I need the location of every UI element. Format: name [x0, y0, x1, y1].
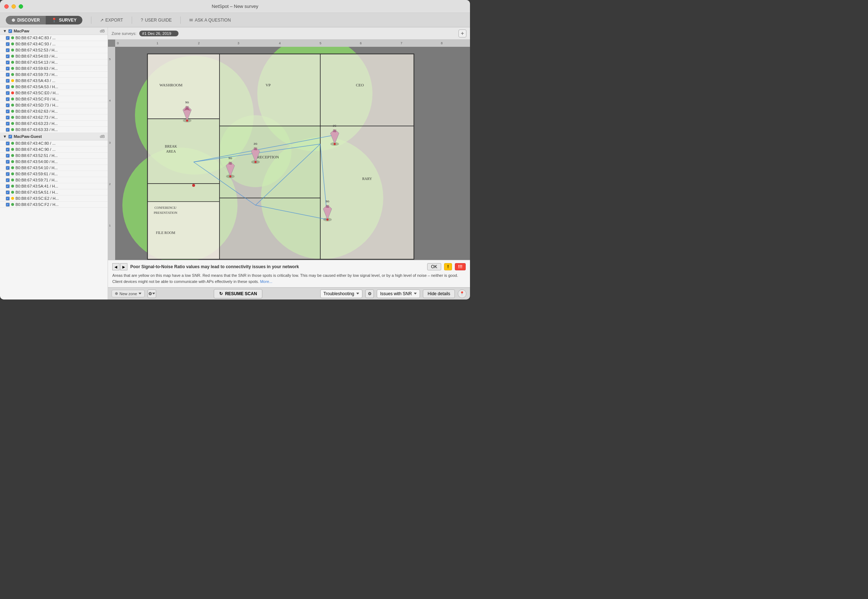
location-button[interactable]: 📍	[458, 289, 466, 298]
svg-rect-6	[219, 54, 320, 126]
item-checkbox[interactable]	[6, 197, 10, 200]
close-button[interactable]	[5, 5, 9, 9]
status-dot	[11, 92, 14, 94]
content-area: Zone surveys: #1 Dec 26, 2019 + 0 1 2 3 …	[108, 27, 470, 300]
list-item: B0:B8:67:43:62:63 / H...	[0, 108, 108, 114]
user-guide-button[interactable]: ? USER GUIDE	[141, 18, 172, 23]
warn-button[interactable]: !	[444, 263, 452, 270]
titlebar: NetSpot – New survey	[0, 0, 470, 13]
export-button[interactable]: ↗ EXPORT	[100, 18, 123, 23]
item-checkbox[interactable]	[6, 160, 10, 164]
mac-address: B0:B8:67:43:59:61 / H...	[15, 172, 105, 176]
svg-point-27	[333, 143, 336, 145]
troubleshooting-settings-button[interactable]: ⚙	[365, 289, 374, 298]
item-checkbox[interactable]	[6, 54, 10, 58]
ruler-tick: 3	[109, 141, 111, 144]
mac-address: B0:B8:67:43:4C:93 / ...	[15, 42, 105, 46]
item-checkbox[interactable]	[6, 166, 10, 170]
list-item: B0:B8:67:43:59:73 / H...	[0, 72, 108, 78]
item-checkbox[interactable]	[6, 91, 10, 95]
survey-toolbar: Zone surveys: #1 Dec 26, 2019 +	[108, 27, 470, 40]
item-checkbox[interactable]	[6, 172, 10, 176]
mac-address: B0:B8:67:43:52:51 / H...	[15, 154, 105, 158]
issues-dropdown[interactable]: Issues with SNR	[377, 289, 420, 298]
zoom-button[interactable]	[19, 5, 23, 9]
prev-arrow-button[interactable]: ◀	[112, 263, 120, 270]
item-checkbox[interactable]	[6, 110, 10, 113]
group-arrow-icon: ▼	[3, 29, 7, 33]
crit-button[interactable]: !!!	[455, 263, 466, 270]
list-item: B0:B8:67:43:54:13 / H...	[0, 59, 108, 66]
toolbar-separator-3	[180, 17, 181, 24]
svg-text:5G: 5G	[185, 101, 189, 104]
item-checkbox[interactable]	[6, 190, 10, 194]
list-item: B0:B8:67:43:54:00 / H...	[0, 159, 108, 165]
alert-body: Areas that are yellow on this map have a…	[112, 272, 466, 284]
ruler-tick: 5	[109, 57, 111, 61]
add-survey-button[interactable]: +	[458, 30, 466, 38]
item-checkbox[interactable]	[6, 60, 10, 65]
item-checkbox[interactable]	[6, 97, 10, 101]
tab-discover[interactable]: ⊕ DISCOVER	[6, 16, 46, 24]
mac-address: B0:B8:67:43:63:23 / H...	[15, 121, 105, 126]
ruler-tick: 3	[237, 41, 239, 45]
info-bar: ◀ ▶ Poor Signal-to-Noise Ratio values ma…	[108, 260, 470, 287]
nav-tab-group: ⊕ DISCOVER 📍 SURVEY	[6, 16, 83, 24]
item-checkbox[interactable]	[6, 184, 10, 188]
group-checkbox[interactable]	[8, 29, 12, 33]
item-checkbox[interactable]	[6, 66, 10, 71]
item-checkbox[interactable]	[6, 154, 10, 158]
group2-checkbox[interactable]	[8, 135, 12, 138]
ok-button[interactable]: OK	[427, 263, 441, 270]
svg-text:BREAK: BREAK	[165, 144, 177, 148]
db-label: dB	[100, 29, 105, 33]
ruler-left: 5 4 3 2 1	[108, 47, 115, 260]
item-checkbox[interactable]	[6, 103, 10, 107]
mac-address: B0:B8:67:43:54:00 / H...	[15, 160, 105, 164]
item-checkbox[interactable]	[6, 116, 10, 119]
item-checkbox[interactable]	[6, 203, 10, 207]
list-item: B0:B8:67:43:54:03 / H...	[0, 53, 108, 59]
item-checkbox[interactable]	[6, 178, 10, 182]
traffic-lights	[5, 5, 23, 9]
item-checkbox[interactable]	[6, 147, 10, 152]
add-zone-button[interactable]: ⊕ New zone	[111, 290, 145, 297]
status-dot	[11, 203, 14, 206]
list-item: B0:B8:67:43:4C:80 / ...	[0, 140, 108, 146]
group-name: MacPaw	[14, 29, 29, 33]
item-checkbox[interactable]	[6, 42, 10, 46]
item-checkbox[interactable]	[6, 128, 10, 132]
mac-address: B0:B8:67:43:62:73 / H...	[15, 115, 105, 119]
hide-details-button[interactable]: Hide details	[423, 289, 455, 298]
more-link[interactable]: More...	[260, 279, 272, 284]
zone-surveys-label: Zone surveys:	[111, 31, 137, 36]
svg-rect-9	[320, 126, 414, 259]
gear-icon: ⚙	[148, 291, 152, 296]
map-area[interactable]: 0 1 2 3 4 5 6 7 8 5 4 3 2 1	[108, 40, 470, 260]
settings-button[interactable]: ⚙	[147, 289, 156, 298]
mac-address: B0:B8:67:43:5A:53 / H...	[15, 84, 105, 89]
survey-badge[interactable]: #1 Dec 26, 2019	[139, 31, 179, 36]
item-checkbox[interactable]	[6, 48, 10, 52]
minimize-button[interactable]	[12, 5, 16, 9]
sidebar-group-macpaw-guest: ▼ MacPaw-Guest dB	[0, 133, 108, 140]
mac-address: B0:B8:67:43:59:71 / H...	[15, 178, 105, 182]
item-checkbox[interactable]	[6, 122, 10, 126]
item-checkbox[interactable]	[6, 79, 10, 83]
item-checkbox[interactable]	[6, 73, 10, 77]
item-checkbox[interactable]	[6, 141, 10, 145]
ask-question-button[interactable]: ✉ ASK A QUESTION	[189, 18, 231, 23]
next-arrow-button[interactable]: ▶	[120, 263, 128, 270]
dropdown-arrow-icon	[173, 32, 176, 34]
item-checkbox[interactable]	[6, 36, 10, 40]
svg-rect-3	[147, 119, 219, 184]
item-checkbox[interactable]	[6, 85, 10, 89]
ruler-tick: 4	[109, 99, 111, 102]
status-dot	[11, 67, 14, 70]
ap-pin-5	[192, 184, 195, 187]
status-dot	[11, 55, 14, 57]
resume-scan-button[interactable]: ↻ RESUME SCAN	[214, 289, 262, 298]
status-dot	[11, 191, 14, 194]
tab-survey[interactable]: 📍 SURVEY	[46, 16, 83, 24]
troubleshooting-dropdown[interactable]: Troubleshooting	[320, 289, 363, 298]
